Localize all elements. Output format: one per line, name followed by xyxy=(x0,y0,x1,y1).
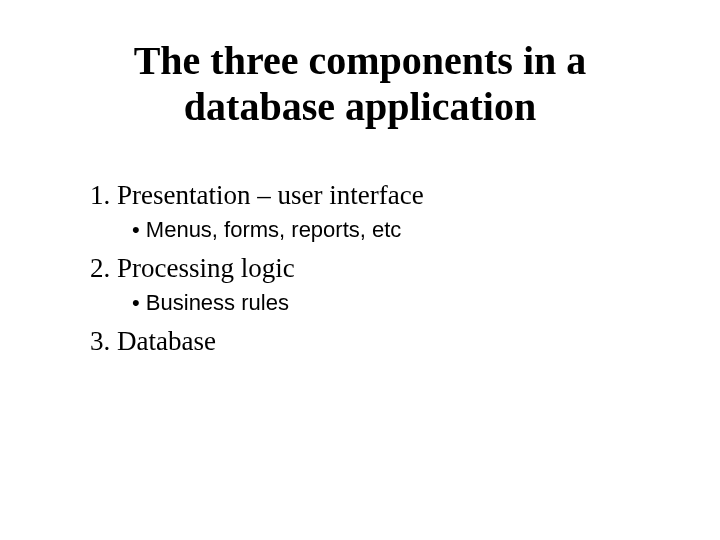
list-subitem-1: Menus, forms, reports, etc xyxy=(132,217,630,243)
list-item-1: 1. Presentation – user interface xyxy=(90,180,630,211)
list-item-2: 2. Processing logic xyxy=(90,253,630,284)
list-subitem-2: Business rules xyxy=(132,290,630,316)
slide-title: The three components in a database appli… xyxy=(90,38,630,130)
list-item-3: 3. Database xyxy=(90,326,630,357)
